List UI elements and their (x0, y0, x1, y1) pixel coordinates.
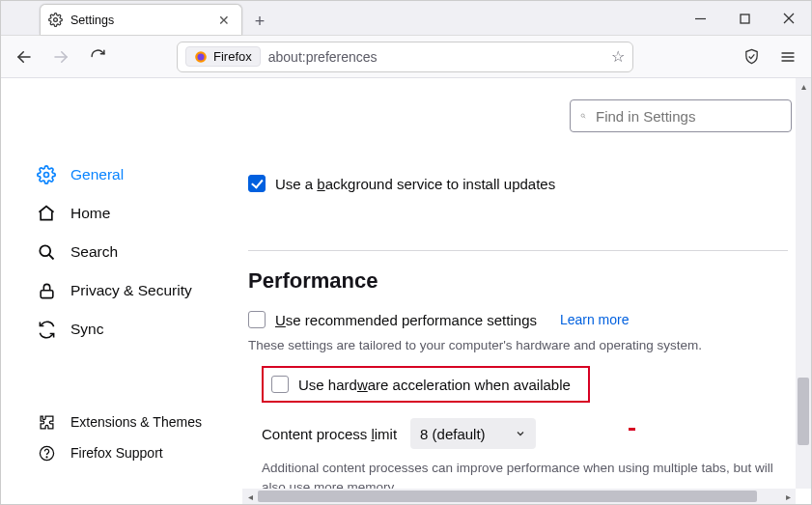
reload-button[interactable] (82, 42, 113, 72)
recommended-label: Use recommended performance settings (275, 312, 537, 328)
sidebar-item-label: Privacy & Security (70, 282, 192, 299)
svg-line-19 (584, 117, 585, 118)
question-icon (36, 445, 57, 462)
sidebar-item-privacy[interactable]: Privacy & Security (36, 271, 233, 310)
search-icon (36, 242, 57, 262)
content-area: General Home Search Privacy & Security S… (1, 78, 811, 504)
forward-button[interactable] (45, 42, 76, 72)
new-tab-button[interactable]: + (246, 8, 273, 35)
svg-point-13 (40, 245, 50, 256)
svg-rect-15 (41, 290, 53, 297)
scroll-left-arrow[interactable]: ◂ (242, 489, 258, 504)
shield-icon[interactable] (736, 42, 767, 72)
sidebar-item-general[interactable]: General (36, 155, 233, 194)
sidebar-item-label: Firefox Support (70, 445, 163, 461)
close-window-button[interactable] (767, 1, 811, 36)
search-icon (580, 109, 586, 123)
learn-more-link[interactable]: Learn more (560, 312, 630, 327)
sync-icon (36, 321, 57, 339)
puzzle-icon (36, 414, 57, 431)
gear-icon (36, 165, 57, 184)
svg-rect-2 (741, 14, 749, 23)
recommended-row: Use recommended performance settings Lea… (248, 311, 788, 328)
find-settings-box[interactable] (570, 99, 792, 132)
process-limit-value: 8 (default) (420, 426, 486, 442)
hw-accel-highlight: Use hardware acceleration when available (262, 366, 590, 403)
recommended-checkbox[interactable] (248, 311, 266, 328)
vertical-scrollbar[interactable]: ▴ (796, 78, 811, 489)
hw-accel-checkbox[interactable] (271, 376, 289, 393)
chevron-down-icon (515, 428, 526, 439)
app-menu-button[interactable] (772, 42, 803, 72)
back-button[interactable] (9, 42, 40, 72)
scroll-thumb[interactable] (798, 378, 809, 445)
process-limit-label: Content process limit (262, 426, 397, 442)
bookmark-star-icon[interactable]: ☆ (611, 47, 625, 66)
sidebar-item-support[interactable]: Firefox Support (36, 437, 233, 468)
hw-accel-label: Use hardware acceleration when available (298, 377, 571, 393)
scroll-up-arrow[interactable]: ▴ (796, 78, 811, 94)
section-divider (248, 250, 788, 251)
sidebar-item-label: General (70, 166, 124, 183)
svg-point-12 (44, 173, 49, 178)
window-controls (678, 1, 811, 36)
sidebar-item-label: Home (70, 205, 110, 222)
tab-title: Settings (70, 14, 207, 27)
lock-icon (36, 282, 57, 300)
svg-point-0 (54, 18, 58, 22)
sidebar-item-label: Extensions & Themes (70, 414, 202, 430)
minimize-button[interactable] (678, 1, 722, 36)
url-bar[interactable]: Firefox about:preferences ☆ (177, 42, 633, 72)
sidebar-item-extensions[interactable]: Extensions & Themes (36, 407, 233, 437)
scroll-right-arrow[interactable]: ▸ (780, 489, 796, 504)
bg-service-checkbox[interactable] (248, 175, 266, 192)
firefox-icon (194, 50, 208, 64)
performance-heading: Performance (248, 268, 788, 294)
sidebar-item-search[interactable]: Search (36, 233, 233, 271)
svg-point-18 (581, 114, 584, 117)
sidebar-item-label: Sync (70, 321, 103, 338)
close-icon[interactable]: ✕ (214, 11, 234, 30)
gear-icon (48, 13, 63, 27)
svg-line-14 (49, 255, 54, 260)
svg-point-8 (198, 53, 205, 60)
process-limit-row: Content process limit 8 (default) (262, 418, 788, 449)
sidebar-item-label: Search (70, 243, 118, 261)
toolbar: Firefox about:preferences ☆ (1, 36, 811, 78)
bg-service-row: Use a background service to install upda… (248, 175, 788, 192)
scroll-thumb[interactable] (258, 491, 757, 502)
bg-service-label: Use a background service to install upda… (275, 176, 555, 192)
identity-label: Firefox (213, 49, 252, 64)
sidebar-item-sync[interactable]: Sync (36, 310, 233, 349)
sidebar-item-home[interactable]: Home (36, 194, 233, 233)
home-icon (36, 204, 57, 223)
maximize-button[interactable] (722, 1, 767, 36)
settings-sidebar: General Home Search Privacy & Security S… (1, 78, 233, 504)
annotation-mark (629, 428, 635, 431)
process-limit-select[interactable]: 8 (default) (410, 418, 536, 449)
browser-tab[interactable]: Settings ✕ (40, 4, 242, 35)
url-text: about:preferences (268, 49, 603, 65)
titlebar: Settings ✕ + (1, 1, 811, 36)
identity-badge: Firefox (185, 46, 261, 67)
svg-point-17 (46, 456, 47, 457)
performance-hint: These settings are tailored to your comp… (248, 338, 788, 352)
horizontal-scrollbar[interactable]: ◂ ▸ (242, 489, 796, 504)
settings-main: Use a background service to install upda… (233, 78, 811, 504)
find-settings-input[interactable] (594, 107, 781, 126)
